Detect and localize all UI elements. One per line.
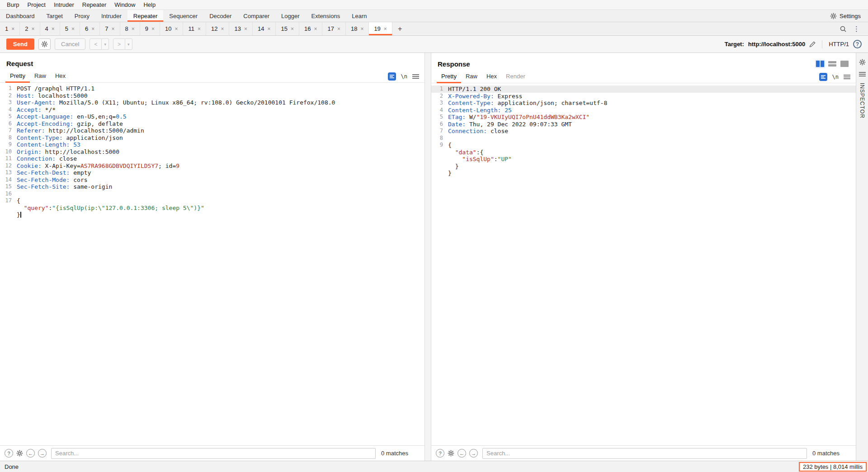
close-tab-icon[interactable]: × [91,26,94,32]
close-tab-icon[interactable]: × [31,26,34,32]
menu-item-project[interactable]: Project [23,0,49,10]
close-tab-icon[interactable]: × [11,26,14,32]
search-settings-icon[interactable] [448,450,454,457]
main-tab-learn[interactable]: Learn [346,10,373,22]
line-number: 3 [431,100,443,107]
repeater-tab-11[interactable]: 11× [183,22,206,35]
editor-tab-pretty[interactable]: Pretty [437,70,461,83]
main-tab-decoder[interactable]: Decoder [203,10,237,22]
close-tab-icon[interactable]: × [314,26,317,32]
history-back-button[interactable]: < [90,38,102,50]
inspector-label[interactable]: INSPECTOR [859,83,865,119]
close-tab-icon[interactable]: × [221,26,224,32]
repeater-tab-13[interactable]: 13× [229,22,252,35]
main-tab-sequencer[interactable]: Sequencer [163,10,203,22]
layout-rows-button[interactable] [827,60,837,68]
code-line: 3Content-Type: application/json; charset… [431,100,856,107]
request-editor[interactable]: 1POST /graphql HTTP/1.12Host: localhost:… [0,83,425,445]
show-newlines-toggle[interactable]: \n [401,73,407,80]
editor-tab-hex[interactable]: Hex [51,70,70,83]
close-tab-icon[interactable]: × [151,26,155,32]
tab-overflow-menu-icon[interactable]: ⋮ [849,22,863,35]
request-settings-button[interactable] [38,38,51,50]
search-next-icon[interactable]: → [469,449,478,458]
main-tab-target[interactable]: Target [41,10,69,22]
repeater-tab-17[interactable]: 17× [322,22,345,35]
close-tab-icon[interactable]: × [384,26,387,32]
panel-splitter[interactable] [425,53,431,461]
edit-target-icon[interactable] [809,41,816,48]
main-tab-intruder[interactable]: Intruder [95,10,127,22]
settings-button[interactable]: Settings [828,10,863,22]
main-tab-logger[interactable]: Logger [275,10,305,22]
help-icon[interactable]: ? [853,40,862,48]
repeater-tab-7[interactable]: 7× [100,22,120,35]
repeater-tab-15[interactable]: 15× [276,22,299,35]
main-tab-extensions[interactable]: Extensions [306,10,346,22]
repeater-settings-icon[interactable] [859,59,866,66]
editor-menu-icon[interactable] [412,74,419,79]
menu-item-help[interactable]: Help [139,0,160,10]
close-tab-icon[interactable]: × [360,26,363,32]
close-tab-icon[interactable]: × [291,26,294,32]
repeater-tab-10[interactable]: 10× [160,22,183,35]
repeater-tab-8[interactable]: 8× [120,22,140,35]
main-tab-proxy[interactable]: Proxy [69,10,95,22]
search-help-icon[interactable]: ? [5,449,13,458]
close-tab-icon[interactable]: × [244,26,247,32]
search-help-icon[interactable]: ? [436,449,444,458]
search-tabs-icon[interactable] [837,22,849,35]
close-tab-icon[interactable]: × [71,26,75,32]
editor-tab-hex[interactable]: Hex [482,70,501,83]
new-tab-button[interactable]: + [392,22,407,35]
editor-tab-raw[interactable]: Raw [461,70,482,83]
search-prev-icon[interactable]: ← [458,449,466,458]
editor-tab-raw[interactable]: Raw [30,70,51,83]
search-next-icon[interactable]: → [38,449,47,458]
main-tab-repeater[interactable]: Repeater [127,10,163,22]
editor-menu-icon[interactable] [844,74,850,80]
close-tab-icon[interactable]: × [132,26,135,32]
cancel-button[interactable]: Cancel [55,38,85,50]
repeater-tab-1[interactable]: 1× [0,22,20,35]
repeater-tab-5[interactable]: 5× [60,22,80,35]
send-button[interactable]: Send [6,38,34,50]
main-tab-comparer[interactable]: Comparer [237,10,275,22]
search-settings-icon[interactable] [16,450,23,457]
close-tab-icon[interactable]: × [198,26,201,32]
close-tab-icon[interactable]: × [175,26,178,32]
repeater-tab-4[interactable]: 4× [40,22,60,35]
repeater-tab-9[interactable]: 9× [140,22,160,35]
history-forward-button[interactable]: > [113,38,125,50]
menu-item-burp[interactable]: Burp [3,0,23,10]
repeater-tab-18[interactable]: 18× [346,22,369,35]
response-search-input[interactable] [482,448,807,459]
show-newlines-toggle[interactable]: \n [832,74,839,80]
menu-item-window[interactable]: Window [110,0,139,10]
repeater-tab-6[interactable]: 6× [80,22,100,35]
syntax-highlight-icon[interactable] [819,73,827,81]
editor-tab-render[interactable]: Render [501,70,530,83]
repeater-tab-16[interactable]: 16× [299,22,322,35]
search-prev-icon[interactable]: ← [26,449,35,458]
close-tab-icon[interactable]: × [52,26,55,32]
repeater-tab-2[interactable]: 2× [20,22,40,35]
inspector-collapse-icon[interactable] [859,72,866,77]
main-tab-dashboard[interactable]: Dashboard [0,10,41,22]
close-tab-icon[interactable]: × [267,26,270,32]
menu-item-repeater[interactable]: Repeater [78,0,110,10]
close-tab-icon[interactable]: × [337,26,340,32]
close-tab-icon[interactable]: × [111,26,114,32]
request-search-input[interactable] [51,448,376,459]
layout-columns-button[interactable] [815,60,825,68]
response-editor[interactable]: 1HTTP/1.1 200 OK2X-Powered-By: Express3C… [431,83,856,445]
history-back-dropdown-icon[interactable]: ▾ [102,38,109,50]
layout-single-button[interactable] [840,60,849,68]
repeater-tab-12[interactable]: 12× [206,22,229,35]
repeater-tab-19[interactable]: 19× [369,22,392,35]
menu-item-intruder[interactable]: Intruder [50,0,78,10]
syntax-highlight-icon[interactable] [388,72,396,81]
history-forward-dropdown-icon[interactable]: ▾ [125,38,132,50]
editor-tab-pretty[interactable]: Pretty [5,70,30,83]
repeater-tab-14[interactable]: 14× [253,22,276,35]
